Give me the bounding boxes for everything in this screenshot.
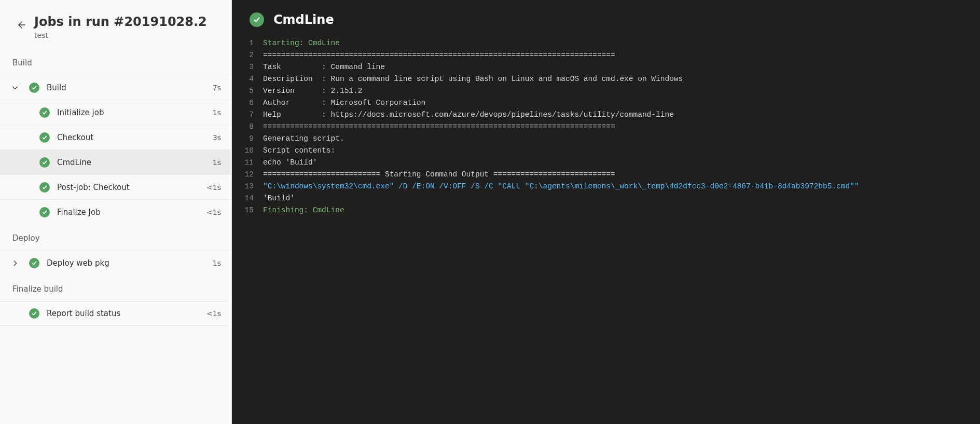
log-line-number: 13	[232, 181, 263, 193]
log-line: 9Generating script.	[232, 133, 980, 145]
log-line: 1Starting: CmdLine	[232, 37, 980, 49]
log-line: 11echo 'Build'	[232, 157, 980, 169]
stage-heading: Build	[0, 49, 231, 75]
log-line-number: 2	[232, 49, 263, 61]
step-row[interactable]: Finalize Job<1s	[0, 199, 231, 224]
log-line-number: 7	[232, 109, 263, 121]
log-line: 12========================== Starting Co…	[232, 169, 980, 181]
log-line-text: Author : Microsoft Corporation	[263, 97, 980, 109]
expand-toggle[interactable]	[11, 259, 29, 267]
back-button[interactable]	[12, 17, 29, 33]
log-title: CmdLine	[273, 12, 334, 27]
log-line-text: Generating script.	[263, 133, 980, 145]
check-icon	[42, 110, 48, 116]
sidebar-header: Jobs in run #20191028.2 test	[0, 0, 231, 49]
log-line-number: 1	[232, 37, 263, 49]
log-line: 5Version : 2.151.2	[232, 85, 980, 97]
step-label: Initialize job	[57, 108, 213, 117]
page-title: Jobs in run #20191028.2	[34, 15, 207, 29]
step-row[interactable]: Checkout3s	[0, 125, 231, 149]
log-body[interactable]: 1Starting: CmdLine2=====================…	[232, 37, 980, 237]
step-duration: 1s	[213, 108, 221, 117]
log-line: 7Help : https://docs.microsoft.com/azure…	[232, 109, 980, 121]
log-line: 6Author : Microsoft Corporation	[232, 97, 980, 109]
success-icon	[29, 308, 39, 319]
log-line-number: 6	[232, 97, 263, 109]
log-line-text: Description : Run a command line script …	[263, 73, 980, 85]
expand-toggle[interactable]	[11, 84, 29, 91]
step-row[interactable]: Initialize job1s	[0, 100, 231, 125]
step-label: Finalize Job	[57, 208, 206, 217]
check-icon	[42, 209, 48, 215]
log-line: 8=======================================…	[232, 121, 980, 133]
log-line-text: ========================================…	[263, 49, 980, 61]
job-duration: <1s	[206, 309, 221, 318]
log-line-text: Script contents:	[263, 145, 980, 157]
check-icon	[31, 260, 37, 266]
success-icon	[39, 107, 50, 118]
log-line: 4Description : Run a command line script…	[232, 73, 980, 85]
step-duration: 1s	[213, 158, 221, 167]
step-row[interactable]: Post-job: Checkout<1s	[0, 174, 231, 199]
success-icon	[39, 132, 50, 143]
log-line-text: echo 'Build'	[263, 157, 980, 169]
log-line-number: 5	[232, 85, 263, 97]
success-icon	[39, 182, 50, 193]
log-line-number: 4	[232, 73, 263, 85]
log-line: 15Finishing: CmdLine	[232, 204, 980, 216]
success-icon	[39, 207, 50, 217]
log-line-number: 9	[232, 133, 263, 145]
arrow-left-icon	[16, 20, 26, 30]
page-subtitle: test	[34, 31, 207, 39]
step-duration: 3s	[213, 133, 221, 142]
step-row[interactable]: CmdLine1s	[0, 149, 231, 174]
step-duration: <1s	[206, 183, 221, 192]
success-icon	[29, 258, 39, 268]
log-panel: CmdLine 1Starting: CmdLine2=============…	[232, 0, 980, 424]
step-status-icon	[250, 12, 264, 27]
log-line-text: Task : Command line	[263, 61, 980, 73]
log-line-number: 3	[232, 61, 263, 73]
chevron-right-icon	[11, 259, 19, 267]
log-line: 10Script contents:	[232, 145, 980, 157]
check-icon	[253, 16, 261, 24]
job-row[interactable]: Deploy web pkg1s	[0, 250, 231, 275]
log-line-number: 8	[232, 121, 263, 133]
log-line-text: Starting: CmdLine	[263, 37, 980, 49]
success-icon	[39, 157, 50, 168]
log-line-text: Help : https://docs.microsoft.com/azure/…	[263, 109, 980, 121]
stage-heading: Finalize build	[0, 275, 231, 301]
log-line-text: Version : 2.151.2	[263, 85, 980, 97]
log-line: 3Task : Command line	[232, 61, 980, 73]
stage-heading: Deploy	[0, 224, 231, 250]
log-line-number: 15	[232, 204, 263, 216]
log-line-text: ========================================…	[263, 121, 980, 133]
log-line: 2=======================================…	[232, 49, 980, 61]
check-icon	[42, 159, 48, 166]
job-row[interactable]: Report build status<1s	[0, 301, 231, 326]
job-duration: 1s	[213, 259, 221, 267]
log-line-text: "C:\windows\system32\cmd.exe" /D /E:ON /…	[263, 181, 980, 193]
job-duration: 7s	[213, 84, 221, 92]
job-label: Report build status	[47, 309, 206, 318]
log-line-text: Finishing: CmdLine	[263, 204, 980, 216]
check-icon	[42, 134, 48, 141]
job-row[interactable]: Build7s	[0, 75, 231, 100]
log-line-number: 12	[232, 169, 263, 181]
step-label: Checkout	[57, 133, 213, 142]
chevron-down-icon	[11, 84, 19, 91]
step-label: CmdLine	[57, 158, 213, 167]
step-duration: <1s	[206, 208, 221, 216]
log-line-number: 11	[232, 157, 263, 169]
job-label: Deploy web pkg	[47, 258, 213, 268]
log-line: 13"C:\windows\system32\cmd.exe" /D /E:ON…	[232, 181, 980, 193]
log-line-number: 10	[232, 145, 263, 157]
check-icon	[31, 310, 37, 317]
job-label: Build	[47, 83, 213, 92]
check-icon	[31, 85, 37, 91]
success-icon	[29, 83, 39, 93]
jobs-sidebar: Jobs in run #20191028.2 test BuildBuild7…	[0, 0, 232, 424]
log-line-text: ========================== Starting Comm…	[263, 169, 980, 181]
step-label: Post-job: Checkout	[57, 183, 206, 192]
log-header: CmdLine	[232, 0, 980, 37]
